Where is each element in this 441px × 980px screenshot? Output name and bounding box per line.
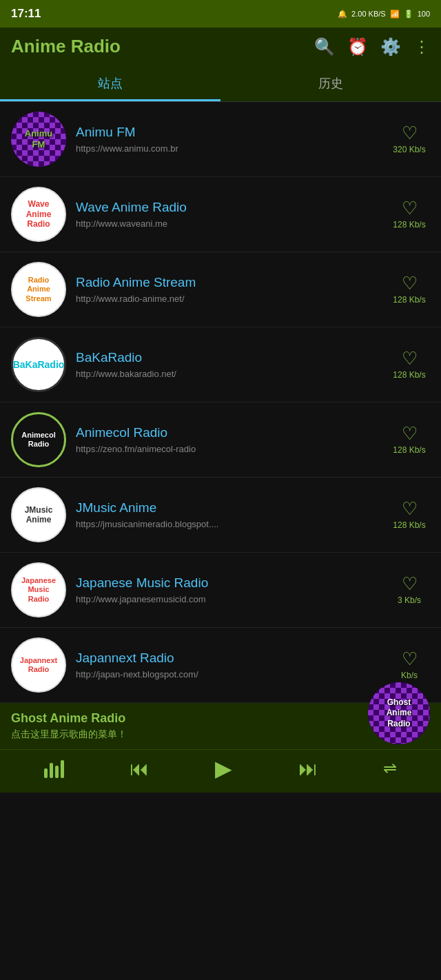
station-favorite[interactable]: ♡ 320 Kb/s bbox=[389, 124, 430, 154]
station-list: Animu FM Animu FM https://www.animu.com.… bbox=[0, 102, 441, 703]
station-name: JMusic Anime bbox=[76, 500, 379, 515]
tab-history[interactable]: 历史 bbox=[220, 65, 441, 101]
now-playing-bar[interactable]: Ghost Anime Radio 点击这里显示歌曲的菜单！ Ghost Ani… bbox=[0, 703, 441, 749]
speed-indicator: 2.00 KB/S bbox=[351, 10, 386, 18]
next-button[interactable]: ⏭ bbox=[298, 757, 318, 780]
bitrate-label: 3 Kb/s bbox=[398, 595, 421, 605]
prev-button[interactable]: ⏮ bbox=[130, 757, 149, 780]
heart-icon: ♡ bbox=[402, 425, 418, 442]
tab-bar: 站点 历史 bbox=[0, 65, 441, 102]
list-item[interactable]: Japanese Music Radio Japanese Music Radi… bbox=[0, 553, 441, 628]
bell-icon: 🔔 bbox=[338, 10, 347, 19]
status-time: 17:11 bbox=[11, 7, 41, 21]
station-logo-jmusic: JMusic Anime bbox=[11, 487, 66, 542]
wifi-icon: 📶 bbox=[390, 10, 400, 19]
station-info: Wave Anime Radio http://www.waveani.me bbox=[66, 200, 389, 229]
station-logo-radio-anime: Radio Anime Stream bbox=[11, 262, 66, 317]
now-playing-subtitle: 点击这里显示歌曲的菜单！ bbox=[11, 728, 430, 741]
list-item[interactable]: BaKaRadio BaKaRadio http://www.bakaradio… bbox=[0, 327, 441, 402]
station-info: JMusic Anime https://jmusicanimeradio.bl… bbox=[66, 500, 389, 529]
list-item[interactable]: Animecol Radio Animecol Radio https://ze… bbox=[0, 402, 441, 478]
heart-icon: ♡ bbox=[402, 650, 418, 668]
list-item[interactable]: Japannext Radio Japannext Radio http://j… bbox=[0, 628, 441, 703]
bitrate-label: 320 Kb/s bbox=[393, 145, 425, 154]
station-name: Japannext Radio bbox=[76, 651, 379, 666]
station-logo-japanese: Japanese Music Radio bbox=[11, 562, 66, 617]
station-info: Japannext Radio http://japan-next.blogsp… bbox=[66, 651, 389, 680]
station-favorite[interactable]: ♡ 128 Kb/s bbox=[389, 500, 430, 530]
station-logo-japannext: Japannext Radio bbox=[11, 637, 66, 693]
station-logo-animu: Animu FM bbox=[11, 112, 66, 167]
station-url: https://zeno.fm/animecol-radio bbox=[76, 444, 379, 454]
station-url: http://www.japanesemusicid.com bbox=[76, 594, 379, 604]
bitrate-label: Kb/s bbox=[401, 671, 418, 680]
station-name: Animecol Radio bbox=[76, 425, 379, 440]
status-icons: 🔔 2.00 KB/S 📶 🔋 100 bbox=[338, 10, 430, 19]
station-name: Japanese Music Radio bbox=[76, 575, 379, 591]
list-item[interactable]: Wave Anime Radio Wave Anime Radio http:/… bbox=[0, 177, 441, 252]
list-item[interactable]: Radio Anime Stream Radio Anime Stream ht… bbox=[0, 252, 441, 327]
shuffle-button[interactable]: ⇌ bbox=[383, 759, 397, 778]
app-header: Anime Radio 🔍 ⏰ ⚙️ ⋮ bbox=[0, 28, 441, 65]
equalizer-button[interactable] bbox=[44, 759, 64, 778]
station-name: BaKaRadio bbox=[76, 350, 379, 365]
station-favorite[interactable]: ♡ 128 Kb/s bbox=[389, 425, 430, 455]
bitrate-label: 128 Kb/s bbox=[393, 520, 425, 530]
tab-stations[interactable]: 站点 bbox=[0, 65, 220, 101]
station-name: Animu FM bbox=[76, 125, 379, 140]
station-url: https://jmusicanimeradio.blogspot.... bbox=[76, 519, 379, 529]
alarm-icon[interactable]: ⏰ bbox=[347, 37, 368, 57]
station-favorite[interactable]: ♡ 3 Kb/s bbox=[389, 575, 430, 605]
now-playing-title: Ghost Anime Radio bbox=[11, 711, 430, 726]
station-info: Animu FM https://www.animu.com.br bbox=[66, 125, 389, 154]
station-logo-wave: Wave Anime Radio bbox=[11, 187, 66, 242]
list-item[interactable]: JMusic Anime JMusic Anime https://jmusic… bbox=[0, 478, 441, 553]
more-icon[interactable]: ⋮ bbox=[413, 37, 430, 57]
station-favorite[interactable]: ♡ 128 Kb/s bbox=[389, 274, 430, 305]
now-playing-info: Ghost Anime Radio 点击这里显示歌曲的菜单！ bbox=[11, 711, 430, 741]
station-info: BaKaRadio http://www.bakaradio.net/ bbox=[66, 350, 389, 379]
play-button[interactable]: ▶ bbox=[215, 755, 232, 782]
heart-icon: ♡ bbox=[402, 199, 418, 217]
search-icon[interactable]: 🔍 bbox=[314, 37, 335, 57]
player-controls: ⏮ ▶ ⏭ ⇌ bbox=[0, 749, 441, 793]
station-favorite[interactable]: ♡ 128 Kb/s bbox=[389, 199, 430, 229]
station-favorite[interactable]: ♡ Kb/s bbox=[389, 650, 430, 680]
station-logo-animecol: Animecol Radio bbox=[11, 412, 66, 467]
station-url: http://www.radio-anime.net/ bbox=[76, 294, 379, 304]
station-favorite[interactable]: ♡ 128 Kb/s bbox=[389, 349, 430, 380]
station-info: Radio Anime Stream http://www.radio-anim… bbox=[66, 275, 389, 304]
station-url: http://japan-next.blogspot.com/ bbox=[76, 669, 379, 680]
list-item[interactable]: Animu FM Animu FM https://www.animu.com.… bbox=[0, 102, 441, 177]
settings-icon[interactable]: ⚙️ bbox=[380, 37, 401, 57]
heart-icon: ♡ bbox=[402, 500, 418, 518]
bitrate-label: 128 Kb/s bbox=[393, 370, 425, 380]
status-bar: 17:11 🔔 2.00 KB/S 📶 🔋 100 bbox=[0, 0, 441, 28]
station-url: http://www.waveani.me bbox=[76, 218, 379, 229]
bitrate-label: 128 Kb/s bbox=[393, 445, 425, 455]
station-url: http://www.bakaradio.net/ bbox=[76, 369, 379, 379]
heart-icon: ♡ bbox=[402, 349, 418, 367]
station-info: Japanese Music Radio http://www.japanese… bbox=[66, 575, 389, 604]
station-info: Animecol Radio https://zeno.fm/animecol-… bbox=[66, 425, 389, 454]
header-actions: 🔍 ⏰ ⚙️ ⋮ bbox=[314, 37, 430, 57]
battery-icon: 🔋 bbox=[404, 10, 413, 19]
heart-icon: ♡ bbox=[402, 274, 418, 292]
heart-icon: ♡ bbox=[402, 124, 418, 142]
heart-icon: ♡ bbox=[402, 575, 418, 593]
station-logo-baka: BaKaRadio bbox=[11, 337, 66, 392]
station-name: Wave Anime Radio bbox=[76, 200, 379, 215]
bitrate-label: 128 Kb/s bbox=[393, 220, 425, 229]
app-title: Anime Radio bbox=[11, 36, 121, 57]
bitrate-label: 128 Kb/s bbox=[393, 295, 425, 305]
station-url: https://www.animu.com.br bbox=[76, 143, 379, 154]
now-playing-logo: Ghost Anime Radio bbox=[368, 682, 430, 744]
station-name: Radio Anime Stream bbox=[76, 275, 379, 290]
battery-level: 100 bbox=[418, 10, 430, 18]
